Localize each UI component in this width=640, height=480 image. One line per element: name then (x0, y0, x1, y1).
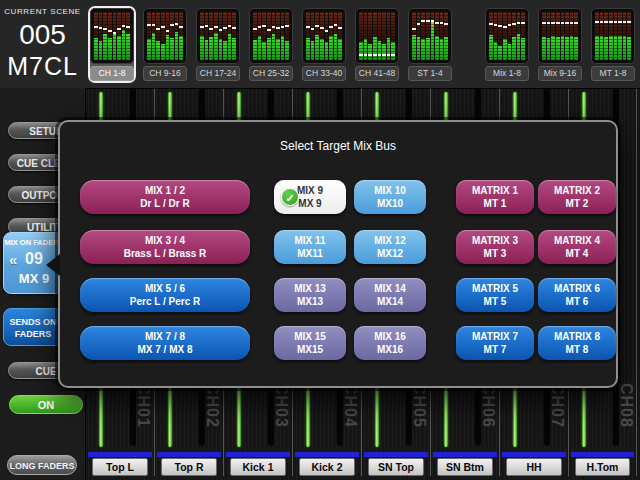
meter-block-mt-1-8[interactable]: MT 1-8 (589, 6, 637, 83)
meter-block-mix-1-8[interactable]: Mix 1-8 (483, 6, 531, 83)
fader-position-mark (272, 26, 276, 28)
fader-position-mark (175, 23, 179, 25)
meter-bar (387, 12, 391, 60)
mix-bus-button-text: MT 5 (484, 295, 507, 308)
mix-bus-button-mix-9[interactable]: ✓MIX 9MX 9 (274, 180, 346, 214)
fader-position-mark (623, 21, 627, 23)
meter-green-fill (440, 39, 444, 60)
on-button[interactable]: ON (9, 395, 83, 414)
mix-bus-button-matrix-3[interactable]: MATRIX 3MT 3 (456, 230, 534, 264)
mix-bus-button-mix-11[interactable]: MIX 11MX11 (274, 230, 346, 264)
mix-bus-button-mix-7-8[interactable]: MIX 7 / 8MX 7 / MX 8 (80, 326, 250, 360)
sends-on-faders-button[interactable]: SENDS ON FADERS (3, 308, 63, 346)
mix-bus-button-matrix-1[interactable]: MATRIX 1MT 1 (456, 180, 534, 214)
fader-position-mark (285, 25, 289, 27)
channel-number-label: CH05 (410, 383, 428, 449)
fader-position-mark (435, 22, 439, 24)
fader-position-mark (359, 54, 363, 56)
fader-position-mark (542, 22, 546, 24)
channel-name[interactable]: SN Btm (437, 458, 493, 476)
meter-bar (311, 12, 315, 60)
meter-bar (547, 12, 551, 60)
meter-bar (600, 12, 604, 60)
mix-bus-button-matrix-4[interactable]: MATRIX 4MT 4 (538, 230, 616, 264)
mix-bus-button-text: MIX 3 / 4 (145, 234, 185, 247)
channel-color-bar (571, 452, 634, 457)
mix-bus-button-matrix-8[interactable]: MATRIX 8MT 8 (538, 326, 616, 360)
fader-position-mark (378, 54, 382, 56)
meter-green-fill (417, 37, 421, 60)
meter-green-fill (232, 38, 236, 60)
meter-green-fill (373, 37, 377, 60)
fader-position-mark (627, 21, 631, 23)
mix-bus-button-mix-14[interactable]: MIX 14MX14 (354, 278, 426, 312)
fader-position-mark (126, 26, 130, 28)
meter-green-fill (547, 38, 551, 60)
mix-bus-button-text: MT 1 (484, 197, 507, 210)
meter-green-fill (627, 37, 631, 60)
mix-bus-button-matrix-5[interactable]: MATRIX 5MT 5 (456, 278, 534, 312)
mix-bus-button-mix-5-6[interactable]: MIX 5 / 6Perc L / Perc R (80, 278, 250, 312)
fader-position-mark (156, 28, 160, 30)
meter-green-fill (542, 37, 546, 60)
fader-position-mark (609, 21, 613, 23)
meter-block-ch-9-16[interactable]: CH 9-16 (141, 6, 189, 83)
meter-green-fill (258, 36, 262, 60)
mix-bus-button-text: MATRIX 1 (472, 184, 518, 197)
fader-position-mark (315, 25, 319, 27)
channel-name[interactable]: H.Tom (575, 458, 630, 476)
meter-green-fill (623, 36, 627, 60)
fader-position-mark (306, 26, 310, 28)
fader-position-mark (412, 28, 416, 30)
meter-block-ch-17-24[interactable]: CH 17-24 (194, 6, 242, 83)
meter-block-ch-41-48[interactable]: CH 41-48 (353, 6, 401, 83)
meter-bar (209, 12, 213, 60)
meter-block-ch-1-8[interactable]: CH 1-8 (88, 6, 136, 83)
channel-name[interactable]: Top L (92, 458, 148, 476)
fader-position-mark (99, 27, 103, 29)
mix-bus-button-mix-12[interactable]: MIX 12MX12 (354, 230, 426, 264)
level-meter (143, 8, 187, 64)
mix-bus-button-matrix-2[interactable]: MATRIX 2MT 2 (538, 180, 616, 214)
mix-bus-button-mix-3-4[interactable]: MIX 3 / 4Brass L / Brass R (80, 230, 250, 264)
fader-position-mark (561, 22, 565, 24)
meter-bar (272, 12, 276, 60)
channel-name[interactable]: Kick 2 (299, 458, 355, 476)
mix-bus-button-mix-1-2[interactable]: MIX 1 / 2Dr L / Dr R (80, 180, 250, 214)
meter-block-mix-9-16[interactable]: Mix 9-16 (536, 6, 584, 83)
fader-position-mark (276, 27, 280, 29)
channel-name[interactable]: Top R (161, 458, 217, 476)
channel-name[interactable]: HH (506, 458, 562, 476)
meter-green-fill (281, 36, 285, 60)
fader-position-mark (503, 26, 507, 28)
long-faders-button[interactable]: LONG FADERS (7, 455, 77, 475)
channel-name[interactable]: Kick 1 (230, 458, 286, 476)
meter-green-fill (338, 39, 342, 60)
channel-name[interactable]: SN Top (368, 458, 424, 476)
mix-bus-button-matrix-6[interactable]: MATRIX 6MT 6 (538, 278, 616, 312)
mix-bus-button-mix-15[interactable]: MIX 15MX15 (274, 326, 346, 360)
mix-bus-button-mix-16[interactable]: MIX 16MX16 (354, 326, 426, 360)
meter-bar (228, 12, 232, 60)
fader-position-mark (179, 26, 183, 28)
mix-bus-button-matrix-7[interactable]: MATRIX 7MT 7 (456, 326, 534, 360)
mix-bus-button-mix-10[interactable]: MIX 10MX10 (354, 180, 426, 214)
meter-green-fill (494, 42, 498, 60)
channel-color-bar (295, 452, 359, 457)
meter-block-ch-33-40[interactable]: CH 33-40 (300, 6, 348, 83)
fader-position-mark (614, 21, 618, 23)
mix-bus-button-mix-13[interactable]: MIX 13MX13 (274, 278, 346, 312)
meter-bar (147, 12, 151, 60)
level-meter (538, 8, 582, 64)
mix-bus-button-text: MIX 14 (374, 282, 406, 295)
meter-green-fill (387, 38, 391, 60)
meter-bar (325, 12, 329, 60)
meter-block-ch-25-32[interactable]: CH 25-32 (247, 6, 295, 83)
meter-bar (103, 12, 107, 60)
meter-block-st-1-4[interactable]: ST 1-4 (406, 6, 454, 83)
meter-green-fill (262, 42, 266, 60)
fader-position-mark (122, 25, 126, 27)
meter-block-label: CH 1-8 (90, 66, 134, 81)
meter-green-fill (200, 36, 204, 60)
meter-bar (334, 12, 338, 60)
